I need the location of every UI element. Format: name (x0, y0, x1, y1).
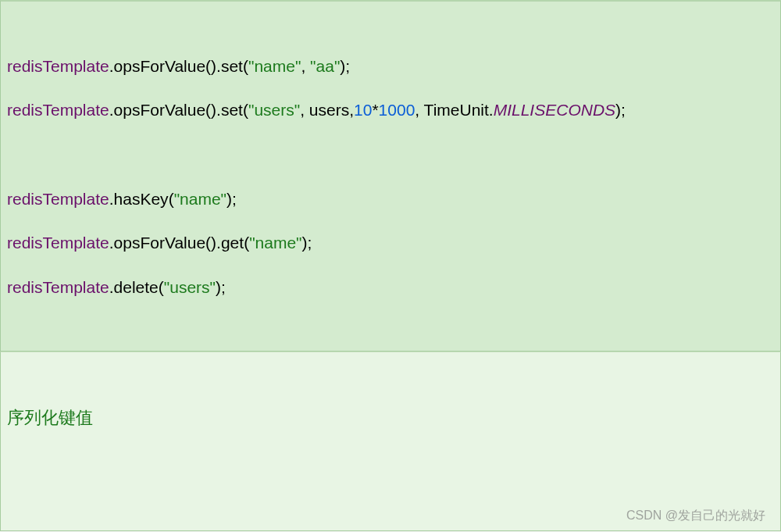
code-token: , users, (300, 101, 354, 119)
code-token: redisTemplate (7, 101, 109, 119)
code-block-2: 序列化键值 redisTemplate.setKeySerializer(new… (0, 352, 781, 531)
code-token: "users" (248, 101, 300, 119)
code-token: , TimeUnit. (415, 101, 493, 119)
code-token: "users" (164, 278, 216, 296)
code-token: redisTemplate (7, 234, 109, 252)
code-token: 10 (354, 101, 372, 119)
code-token: ); (615, 101, 626, 119)
code-token: redisTemplate (7, 57, 109, 75)
code-lines-1: redisTemplate.opsForValue().set("name", … (7, 55, 774, 299)
code-line: redisTemplate.hasKey("name"); (7, 188, 774, 210)
code-token: ); (302, 234, 312, 252)
code-line (7, 255, 774, 277)
code-token: * (372, 101, 378, 119)
code-token: 1000 (379, 101, 415, 119)
code-token: "name" (248, 57, 301, 75)
code-line (7, 77, 774, 99)
code-token: ); (216, 278, 226, 296)
code-token: opsForValue (114, 57, 206, 75)
code-token: ); (226, 190, 237, 208)
code-token: opsForValue (114, 101, 206, 119)
code-token: ( (169, 190, 174, 208)
code-line (7, 166, 774, 187)
code-block-1: redisTemplate.opsForValue().set("name", … (0, 0, 781, 352)
code-line: redisTemplate.delete("users"); (7, 277, 774, 298)
code-token: "name" (249, 234, 301, 252)
section-heading: 序列化键值 (7, 406, 774, 430)
code-token: (). (205, 101, 221, 119)
code-token: ( (159, 278, 164, 296)
code-token: opsForValue (114, 234, 206, 252)
code-token: , (301, 57, 310, 75)
code-token: ( (243, 101, 248, 119)
code-token: ( (243, 57, 248, 75)
code-token: (). (205, 57, 221, 75)
code-line: redisTemplate.opsForValue().get("name"); (7, 232, 774, 254)
code-line (7, 144, 774, 166)
code-line (7, 122, 774, 144)
code-token: MILLISECONDS (494, 101, 615, 119)
code-token: get (221, 234, 244, 252)
code-token: set (221, 57, 243, 75)
code-line: redisTemplate.opsForValue().set("name", … (7, 55, 774, 77)
code-token: "aa" (310, 57, 340, 75)
code-token: delete (114, 278, 159, 296)
code-token: set (221, 101, 243, 119)
code-token: redisTemplate (7, 190, 109, 208)
code-token: hasKey (114, 190, 169, 208)
code-line: redisTemplate.opsForValue().set("users",… (7, 99, 774, 121)
code-token: "name" (174, 190, 226, 208)
code-line (7, 210, 774, 232)
code-token: redisTemplate (7, 278, 109, 296)
code-token: (). (205, 234, 221, 252)
code-token: ); (340, 57, 350, 75)
